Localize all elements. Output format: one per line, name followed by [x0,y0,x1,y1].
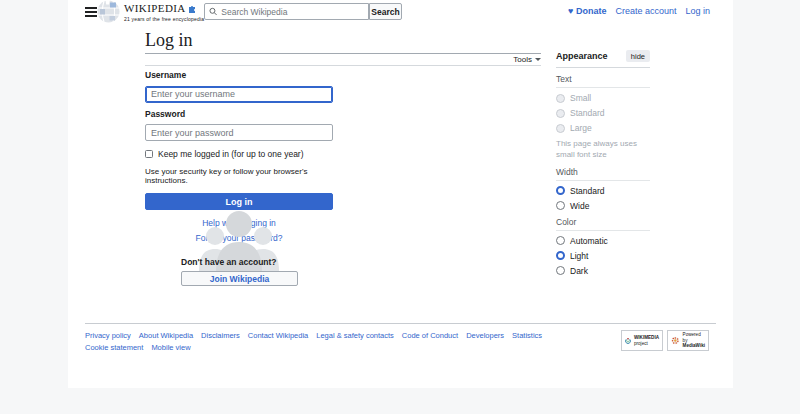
search-icon [209,7,217,16]
security-key-note: Use your security key or follow your bro… [145,167,333,185]
puzzle-piece-icon [188,5,196,13]
search-input-container[interactable] [204,3,369,20]
mediawiki-logo-icon [671,335,680,346]
radio-option-text-large: Large [556,123,650,133]
wikipedia-tagline: 21 years of the free encyclopedia [124,16,204,22]
radio-option-color-dark[interactable]: Dark [556,266,650,276]
search-input[interactable] [221,7,364,17]
tools-label: Tools [513,55,532,64]
radio-icon [556,109,565,118]
password-field[interactable] [145,124,333,141]
chevron-down-icon [535,58,541,61]
wikimedia-project-badge[interactable]: WIKIMEDIA project [621,330,663,351]
radio-option-text-standard: Standard [556,108,650,118]
footer-link-developers[interactable]: Developers [466,331,504,340]
signup-section: Don't have an account? Join Wikipedia [181,257,298,286]
radio-icon[interactable] [556,201,565,210]
create-account-link[interactable]: Create account [615,6,676,16]
radio-selected-icon[interactable] [556,186,565,195]
color-section-label: Color [556,217,650,231]
donate-link[interactable]: ♥ Donate [568,6,606,16]
keep-logged-in-label: Keep me logged in (for up to one year) [158,149,304,159]
search-bar: Search [204,3,402,20]
footer-link-legal-safety[interactable]: Legal & safety contacts [316,331,394,340]
no-account-prompt: Don't have an account? [181,257,298,267]
username-field[interactable] [145,86,333,103]
page-title-wrap: Log in [145,31,541,54]
search-button[interactable]: Search [369,3,402,20]
page-container: WIKIPEDIA 21 years of the free encyclope… [68,0,733,388]
width-section-label: Width [556,167,650,181]
keep-logged-in-checkbox[interactable]: Keep me logged in (for up to one year) [145,149,333,159]
text-section-label: Text [556,74,650,88]
footer-link-about-wikipedia[interactable]: About Wikipedia [139,331,193,340]
radio-icon [556,94,565,103]
radio-option-text-small: Small [556,93,650,103]
footer-link-mobile-view[interactable]: Mobile view [151,343,190,352]
tools-dropdown[interactable]: Tools [145,53,541,66]
wordmark-text: WIKIPEDIA [124,3,186,14]
heart-icon: ♥ [568,7,573,16]
password-label: Password [145,109,333,119]
wikipedia-globe-logo[interactable] [97,0,120,23]
join-wikipedia-button[interactable]: Join Wikipedia [181,271,298,286]
footer-link-privacy-policy[interactable]: Privacy policy [85,331,131,340]
radio-option-width-standard[interactable]: Standard [556,186,650,196]
radio-icon [556,124,565,133]
powered-by-mediawiki-badge[interactable]: Powered by MediaWiki [667,330,709,351]
username-label: Username [145,70,333,80]
footer-link-disclaimers[interactable]: Disclaimers [201,331,240,340]
footer-badges: WIKIMEDIA project Powered by MediaWiki [621,330,709,351]
log-in-submit-button[interactable]: Log in [145,193,333,210]
appearance-panel: Appearance hide Text Small Standard Larg… [556,50,650,276]
footer-links: Privacy policy About Wikipedia Disclaime… [85,331,545,352]
radio-option-color-automatic[interactable]: Automatic [556,236,650,246]
radio-icon[interactable] [556,266,565,275]
footer-divider [85,323,716,324]
footer-link-code-of-conduct[interactable]: Code of Conduct [402,331,458,340]
wikipedia-wordmark[interactable]: WIKIPEDIA 21 years of the free encyclope… [124,3,204,22]
header-user-links: ♥ Donate Create account Log in [568,6,710,16]
radio-option-color-light[interactable]: Light [556,251,650,261]
footer-link-contact-wikipedia[interactable]: Contact Wikipedia [248,331,308,340]
appearance-title: Appearance [556,51,608,61]
radio-icon[interactable] [556,236,565,245]
text-size-note: This page always uses small font size [556,139,650,161]
appearance-hide-button[interactable]: hide [626,50,650,62]
log-in-link[interactable]: Log in [685,6,710,16]
radio-option-width-wide[interactable]: Wide [556,201,650,211]
page-title: Log in [145,31,541,49]
radio-selected-icon[interactable] [556,251,565,260]
footer-link-cookie-statement[interactable]: Cookie statement [85,343,143,352]
checkbox-icon[interactable] [145,150,153,158]
footer-link-statistics[interactable]: Statistics [512,331,542,340]
wikimedia-logo-icon [625,335,631,346]
